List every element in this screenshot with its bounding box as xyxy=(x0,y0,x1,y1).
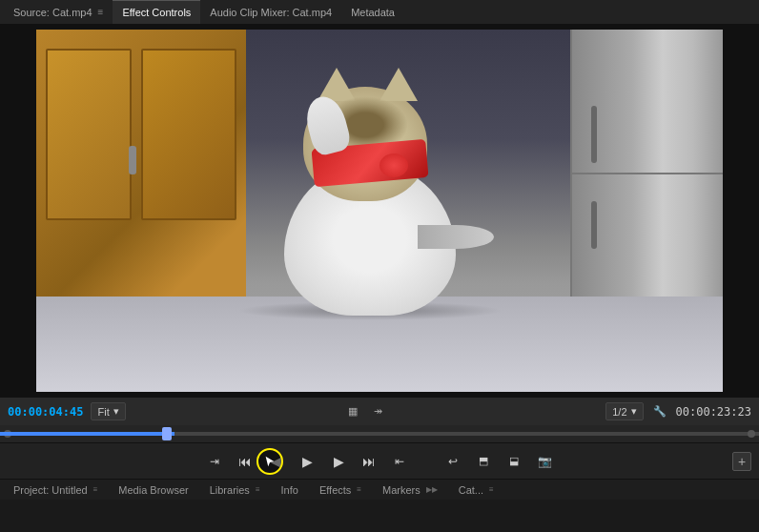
video-preview xyxy=(36,30,723,392)
metadata-label: Metadata xyxy=(351,7,395,18)
media-browser-label: Media Browser xyxy=(118,484,188,496)
video-scene xyxy=(36,30,723,392)
insert-button[interactable]: ⬒ xyxy=(470,448,497,475)
tab-metadata[interactable]: Metadata xyxy=(341,0,404,24)
project-tab-label: Project: Untitled xyxy=(13,484,88,496)
bottom-tabs: Project: Untitled ≡ Media Browser Librar… xyxy=(0,479,759,500)
play-button[interactable]: ▶ xyxy=(293,447,321,476)
settings-icon[interactable]: 🔧 xyxy=(651,403,668,420)
frame-forward-button[interactable]: ▶ xyxy=(325,448,352,475)
cursor-icon xyxy=(263,455,277,468)
fridge xyxy=(570,30,723,335)
cat-body xyxy=(256,87,503,316)
fit-label: Fit xyxy=(97,406,109,418)
playback-bar: ⇥ ⏮ ◀ ▶ ▶ ⏭ ⇤ ↩ ⬒ ⬓ 📷 + xyxy=(0,442,759,479)
cabinet-door-left xyxy=(46,49,132,220)
total-timecode: 00:00:23:23 xyxy=(676,405,751,419)
ratio-arrow: ▾ xyxy=(631,405,637,418)
project-tab-arrow: ≡ xyxy=(93,485,98,494)
export-frame-icon[interactable]: ↠ xyxy=(369,403,386,420)
markers-arrow: ▶▶ xyxy=(426,485,438,494)
tab-markers[interactable]: Markers ▶▶ xyxy=(373,480,447,500)
timeline-bar[interactable] xyxy=(0,425,759,442)
audio-mixer-label: Audio Clip Mixer: Cat.mp4 xyxy=(210,7,332,18)
controls-bar: 00:00:04:45 Fit ▾ ▦ ↠ 1/2 ▾ 🔧 00:00:23:2… xyxy=(0,397,759,425)
ratio-label: 1/2 xyxy=(612,406,626,418)
current-timecode[interactable]: 00:00:04:45 xyxy=(8,405,83,419)
overwrite-button[interactable]: ⬓ xyxy=(501,448,527,475)
cat-arrow: ≡ xyxy=(489,485,494,494)
in-point-button[interactable]: ⇥ xyxy=(201,448,228,475)
out-point-button[interactable]: ⇤ xyxy=(386,448,413,475)
timeline-out-point xyxy=(748,430,755,438)
step-forward-button[interactable]: ⏭ xyxy=(356,448,382,475)
tab-bar: Source: Cat.mp4 ≡ Effect Controls Audio … xyxy=(0,0,759,25)
camera-button[interactable]: 📷 xyxy=(531,448,558,475)
tab-cat[interactable]: Cat... ≡ xyxy=(449,480,503,500)
fit-dropdown[interactable]: Fit ▾ xyxy=(91,402,125,420)
tab-effect-controls[interactable]: Effect Controls xyxy=(113,0,200,24)
effects-label: Effects xyxy=(319,484,351,496)
tab-audio-mixer[interactable]: Audio Clip Mixer: Cat.mp4 xyxy=(200,0,341,24)
tab-effects[interactable]: Effects ≡ xyxy=(310,480,371,500)
ratio-dropdown[interactable]: 1/2 ▾ xyxy=(605,402,643,420)
fridge-divider xyxy=(572,173,723,174)
source-tab-label: Source: Cat.mp4 xyxy=(13,7,92,18)
loop-button[interactable]: ↩ xyxy=(440,448,466,475)
libraries-label: Libraries xyxy=(210,484,250,496)
tab-info[interactable]: Info xyxy=(272,480,308,500)
cabinet-handle xyxy=(129,146,136,174)
effects-arrow: ≡ xyxy=(357,485,361,494)
add-button[interactable]: + xyxy=(732,452,751,471)
tab-media-browser[interactable]: Media Browser xyxy=(109,480,197,500)
info-label: Info xyxy=(281,484,298,496)
cat-ear-right xyxy=(380,68,418,101)
fridge-handle-top xyxy=(591,106,597,163)
cabinet-door-right xyxy=(141,49,236,220)
tab-libraries[interactable]: Libraries ≡ xyxy=(200,480,270,500)
fit-arrow: ▾ xyxy=(113,405,119,418)
cat-bandana-knot xyxy=(380,153,408,177)
step-back-button[interactable]: ⏮ xyxy=(232,448,258,475)
effect-controls-label: Effect Controls xyxy=(122,7,191,18)
markers-label: Markers xyxy=(382,484,421,496)
libraries-arrow: ≡ xyxy=(256,485,260,494)
cat-tail xyxy=(418,225,494,249)
timeline-progress xyxy=(0,432,174,436)
cat-label: Cat... xyxy=(459,484,483,496)
tool-indicator xyxy=(256,448,283,475)
safe-margins-icon[interactable]: ▦ xyxy=(344,403,361,420)
tab-project[interactable]: Project: Untitled ≡ xyxy=(4,480,107,500)
tab-source[interactable]: Source: Cat.mp4 ≡ xyxy=(4,0,113,24)
timeline-playhead[interactable] xyxy=(162,427,172,440)
video-container xyxy=(0,25,759,397)
source-menu-icon[interactable]: ≡ xyxy=(98,7,104,17)
fridge-handle-bottom xyxy=(591,201,597,249)
